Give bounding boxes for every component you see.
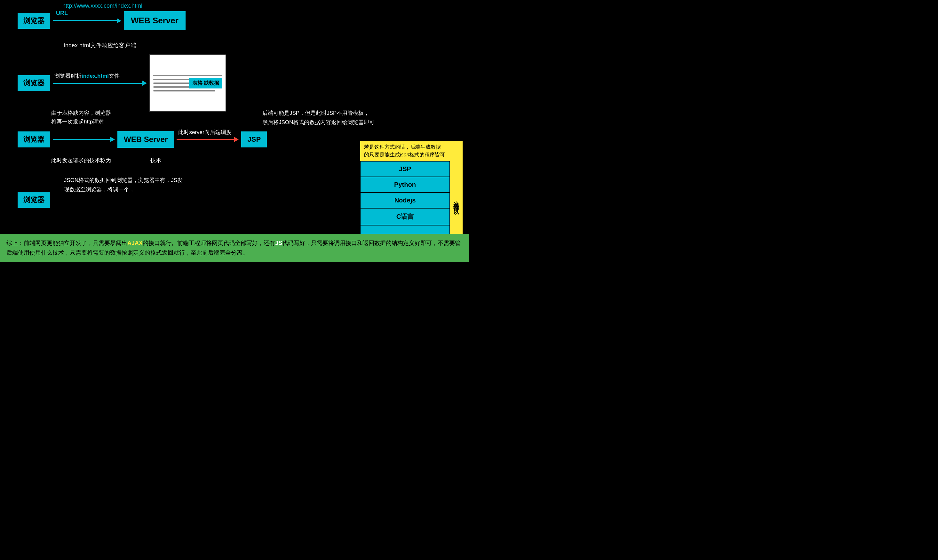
json-text: json: [400, 152, 409, 157]
browser-box-1: 浏览器: [18, 13, 50, 29]
side-bar-yellow: 这些都可以: [450, 161, 463, 241]
arrow-line-2: [53, 83, 142, 84]
ajax-highlight: AJAX: [127, 240, 143, 246]
backend-item-jsp: JSP: [360, 161, 450, 177]
browser-box-3: 浏览器: [18, 131, 50, 148]
doc-line-1: [153, 75, 222, 76]
bottom-text-2: 的接口就行。前端工程师将网页代码全部写好，还有: [143, 240, 275, 246]
arrow-head-1: [117, 18, 121, 23]
browser-box-2: 浏览器: [18, 75, 50, 91]
row2-annotation: index.html文件响应给客户端: [64, 42, 136, 49]
url-label: http://www.xxxx.com/index.html: [62, 3, 142, 9]
diagram-container: http://www.xxxx.com/index.html 浏览器 URL W…: [0, 0, 469, 262]
row4-bottom-mid-ann: 技术: [150, 157, 161, 164]
parse-arrow-label: 浏览器解析index.html文件: [54, 72, 120, 80]
right-panel: 若是这种方式的话，后端生成数据 的只要是能生成json格式的程序皆可 JSP P…: [360, 141, 463, 241]
backend-item-python: Python: [360, 177, 450, 192]
document-box: 表格 缺数据: [149, 54, 226, 112]
backend-list: JSP Python Nodejs C语言 …… 这些都可以: [360, 161, 463, 241]
arrow-line-3: [53, 139, 110, 140]
row5-ann: JSON格式的数据回到浏览器，浏览器中有，JS发 现数据至浏览器，将调一个，: [64, 176, 183, 194]
server-arrow-label: 此时server向后端调度: [178, 129, 231, 136]
right-panel-header: 若是这种方式的话，后端生成数据 的只要是能生成json格式的程序皆可: [360, 141, 463, 161]
red-arrow-line: [177, 139, 234, 140]
bottom-bar: 综上：前端网页更能独立开发了，只需要暴露出AJAX的接口就行。前端工程师将网页代…: [0, 234, 469, 262]
js-highlight: JS: [275, 240, 282, 246]
doc-line-5: [153, 90, 215, 91]
row4-top-left-ann: 由于表格缺内容，浏览器 将再一次发起http请求: [51, 109, 111, 126]
row4-bottom-left-ann: 此时发起请求的技术称为: [51, 157, 111, 164]
web-server-box-1: WEB Server: [124, 11, 186, 30]
url-arrow-label: URL: [56, 10, 68, 17]
arrow-line-1: [53, 20, 117, 21]
backend-items: JSP Python Nodejs C语言 ……: [360, 161, 450, 241]
table-badge: 表格 缺数据: [189, 78, 222, 89]
arrow-head-2: [142, 81, 147, 86]
row5: 浏览器: [18, 192, 50, 208]
backend-item-nodejs: Nodejs: [360, 192, 450, 208]
row1: 浏览器 URL WEB Server: [18, 11, 186, 30]
web-server-box-2: WEB Server: [117, 131, 174, 148]
bottom-text-1: 综上：前端网页更能独立开发了，只需要暴露出: [6, 240, 127, 246]
browser-box-4: 浏览器: [18, 192, 50, 208]
backend-item-c: C语言: [360, 208, 450, 225]
jsp-box: JSP: [241, 131, 267, 148]
row4: 浏览器 WEB Server 此时server向后端调度 JSP: [18, 131, 267, 148]
red-arrow-head: [234, 137, 239, 142]
row4-right-ann: 后端可能是JSP，但是此时JSP不用管模板， 然后将JSON格式的数据内容返回给…: [262, 109, 374, 127]
row3: 浏览器 浏览器解析index.html文件 表格 缺数据: [18, 54, 226, 112]
arrow-head-3: [110, 137, 115, 142]
